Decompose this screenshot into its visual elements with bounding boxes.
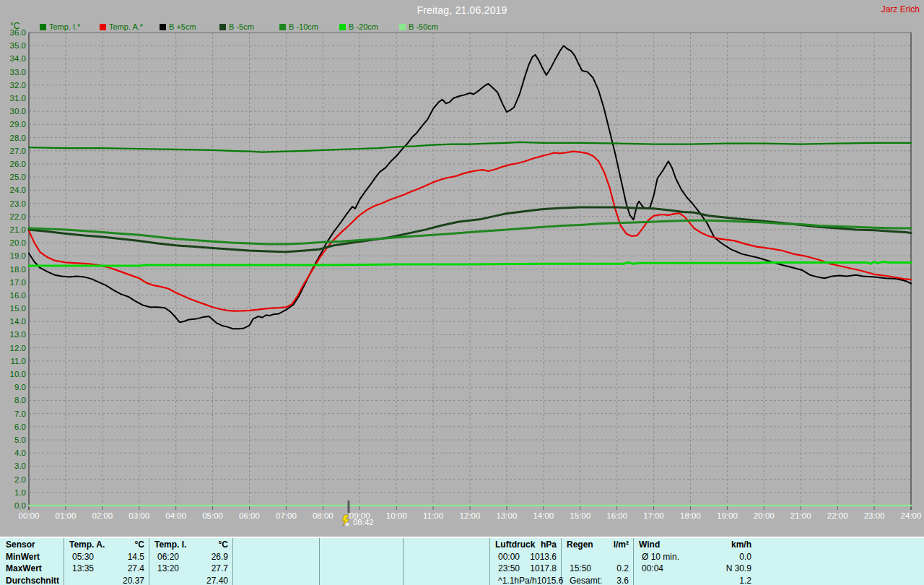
y-tick-label: 27.0 [10, 147, 26, 155]
column-unit: °C [219, 539, 228, 551]
y-tick-label: 1.0 [14, 488, 26, 497]
table-row: Durchschnitt20.3727.40^1.1hPa/h1015.6Ges… [0, 575, 924, 585]
marker-icon-base [345, 523, 349, 526]
y-tick-label: 5.0 [14, 436, 26, 444]
y-tick-label: 0.0 [14, 501, 26, 510]
x-tick-label: 01:00 [56, 511, 77, 520]
x-tick-label: 05:00 [202, 511, 223, 520]
y-tick-label: 2.0 [14, 475, 26, 484]
x-tick-label: 23:00 [864, 511, 885, 520]
table-cell: Regenl/m² [561, 539, 633, 551]
table-cell: 00:04N 30.9 [633, 563, 756, 575]
x-tick-label: 03:00 [128, 511, 149, 520]
cell-value: 14.5 [128, 551, 144, 563]
cell-time: Gesamt: [570, 575, 602, 585]
y-tick-label: 4.0 [14, 448, 26, 457]
x-tick-label: 12:00 [460, 511, 481, 520]
column-name: Temp. I. [154, 539, 186, 551]
x-tick-label: 07:00 [276, 511, 297, 520]
row-label: Durchschnitt [6, 575, 59, 585]
table-cell: 06:2026.9 [149, 551, 232, 563]
y-tick-label: 22.0 [10, 212, 26, 221]
cell-value: 0.0 [739, 551, 751, 563]
table-cell: Temp. I.°C [149, 539, 232, 551]
x-tick-label: 19:00 [717, 511, 738, 520]
cell-value: 3.6 [616, 575, 629, 585]
table-cell [232, 563, 319, 575]
x-tick-label: 02:00 [92, 511, 113, 520]
cell-time: Ø 10 min. [642, 551, 679, 563]
y-tick-label: 32.0 [10, 81, 26, 90]
column-name: Wind [639, 539, 660, 551]
cell-value: N 30.9 [726, 563, 751, 575]
table-cell: 00:001013.6 [489, 551, 561, 563]
cell-time: 05:30 [72, 551, 94, 563]
y-tick-label: 3.0 [14, 462, 26, 470]
table-cell: 15:500.2 [561, 563, 633, 575]
y-tick-label: 12.0 [10, 344, 26, 352]
cell-time: ^1.1hPa/h [498, 575, 537, 585]
x-tick-label: 22:00 [827, 511, 848, 520]
x-tick-label: 21:00 [790, 511, 811, 520]
x-tick-label: 11:00 [423, 511, 443, 520]
cell-value: 27.40 [206, 575, 228, 585]
y-tick-label: 19.0 [10, 251, 26, 260]
y-tick-label: 18.0 [10, 265, 26, 274]
x-tick-label: 04:00 [165, 511, 186, 520]
time-marker-label: 08:42 [353, 518, 374, 526]
table-cell: 20.37 [64, 575, 149, 585]
y-tick-label: 28.0 [10, 134, 26, 142]
table-cell [319, 551, 403, 563]
column-unit: l/m² [614, 539, 629, 551]
table-cell [403, 563, 489, 575]
y-tick-label: 9.0 [14, 383, 26, 391]
row-label: MaxWert [6, 563, 42, 575]
cell-time: 13:20 [157, 563, 179, 575]
table-cell [403, 551, 489, 563]
cell-time: 23:50 [498, 563, 520, 575]
y-tick-label: 34.0 [10, 54, 26, 63]
table-cell: ^1.1hPa/h1015.6 [489, 575, 561, 585]
cell-value: 27.4 [128, 563, 144, 575]
x-tick-label: 14:00 [533, 511, 554, 520]
table-cell [319, 563, 403, 575]
table-cell [319, 539, 403, 551]
x-tick-label: 08:00 [313, 511, 334, 520]
cell-time: 06:20 [157, 551, 179, 563]
cell-value: 1.2 [739, 575, 751, 585]
column-name: Luftdruck [495, 539, 535, 551]
cell-value: 0.2 [616, 563, 629, 575]
table-cell [232, 575, 319, 585]
y-tick-label: 8.0 [14, 396, 26, 404]
x-tick-label: 13:00 [497, 511, 518, 520]
temperature-chart: 36.035.034.033.032.031.030.029.028.027.0… [0, 0, 924, 537]
table-row: SensorTemp. A.°CTemp. I.°CLuftdruckhPaRe… [0, 539, 924, 551]
x-tick-label: 24:00 [901, 511, 922, 520]
table-cell [232, 539, 319, 551]
table-cell [403, 539, 489, 551]
y-tick-label: 29.0 [10, 120, 26, 129]
table-cell: 27.40 [149, 575, 232, 585]
y-tick-label: 23.0 [10, 199, 26, 208]
x-tick-label: 16:00 [606, 511, 627, 520]
summary-table: SensorTemp. A.°CTemp. I.°CLuftdruckhPaRe… [0, 537, 924, 585]
y-tick-label: 16.0 [10, 291, 26, 300]
table-cell: 1.2 [633, 575, 756, 585]
table-cell [561, 551, 633, 563]
x-tick-label: 15:00 [570, 511, 590, 520]
y-tick-label: 13.0 [10, 330, 26, 339]
table-cell: 05:3014.5 [64, 551, 149, 563]
table-row: MinWert05:3014.506:2026.900:001013.6Ø 10… [0, 551, 924, 563]
x-tick-label: 00:00 [19, 511, 40, 520]
table-row: MaxWert13:3527.413:2027.723:501017.815:5… [0, 563, 924, 575]
table-cell: Windkm/h [633, 539, 756, 551]
y-tick-label: 11.0 [10, 357, 26, 365]
table-cell [403, 575, 489, 585]
cell-time: 00:00 [498, 551, 520, 563]
row-label: Sensor [6, 539, 35, 551]
y-tick-label: 15.0 [10, 304, 26, 313]
cell-time: 13:35 [72, 563, 94, 575]
y-tick-label: 21.0 [10, 225, 26, 234]
table-cell: 13:3527.4 [64, 563, 149, 575]
column-name: Temp. A. [69, 539, 105, 551]
